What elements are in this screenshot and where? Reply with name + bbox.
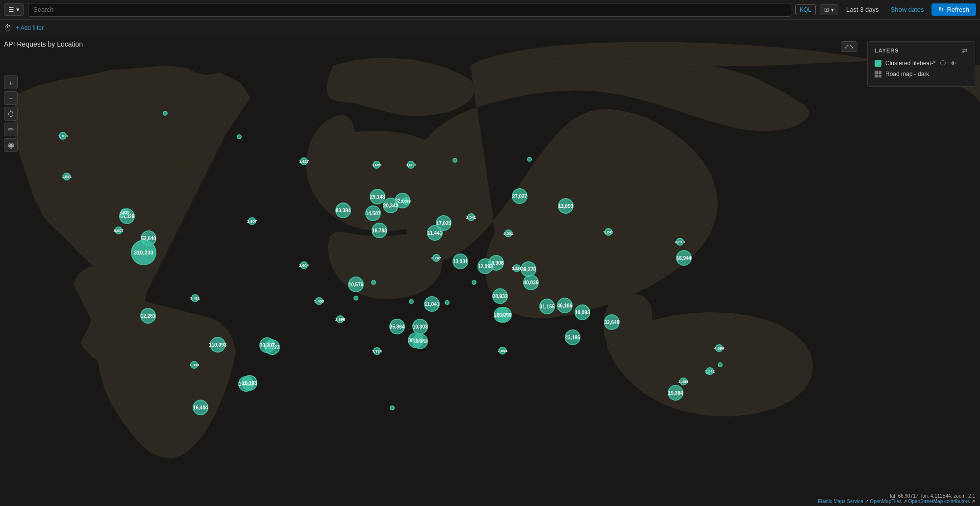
map-toolbar: + − ⏱ ✏ ◉: [4, 76, 18, 152]
data-view-icon: ⊞: [824, 6, 829, 13]
osm-link-icon: ↗: [971, 499, 975, 504]
layer-visibility-clustered-button[interactable]: 👁: [951, 60, 956, 66]
clock-icon: ⏱: [4, 24, 12, 32]
zoom-in-button[interactable]: +: [4, 76, 18, 89]
layers-settings-button[interactable]: ⇄: [962, 47, 968, 54]
show-dates-button[interactable]: Show dates: [887, 4, 928, 15]
map-bottom-bar: lat: 66.90717, lon: 4.112544, zoom: 2.1 …: [818, 493, 975, 504]
layers-header: LAYERS ⇄: [875, 47, 968, 54]
chevron-icon: ▾: [831, 6, 834, 13]
map-coords: lat: 66.90717, lon: 4.112544, zoom: 2.1: [890, 493, 975, 499]
map-background: [0, 36, 980, 506]
layer-info-clustered-button[interactable]: ⓘ: [940, 59, 946, 67]
openmap-tiles-link[interactable]: OpenMapTiles: [870, 499, 902, 504]
topbar: ☰ ▾ KQL ⊞ ▾ Last 3 days Show dates ↻ Ref…: [0, 0, 980, 20]
time-icon-button[interactable]: ⏱: [4, 24, 12, 32]
filterbar: ⏱ + Add filter: [0, 20, 980, 36]
separator-1: ↗: [865, 499, 870, 504]
osm-link[interactable]: OpenStreetMap contributors: [908, 499, 970, 504]
chevron-down-icon: ▾: [16, 6, 20, 13]
layers-title: LAYERS: [875, 48, 899, 53]
map-expand-button[interactable]: ⤢⤡: [841, 41, 857, 52]
map-container[interactable]: API Requests by Location: [0, 36, 980, 506]
menu-icon: ☰: [8, 6, 14, 13]
edit-tool-button[interactable]: ✏: [4, 123, 18, 136]
zoom-out-button[interactable]: −: [4, 91, 18, 105]
map-title: API Requests by Location: [4, 40, 83, 48]
search-input[interactable]: [28, 3, 791, 17]
time-range-button[interactable]: Last 3 days: [842, 4, 883, 15]
layer-label-clustered: Clustered filebeat-*: [885, 60, 935, 67]
add-filter-button[interactable]: + Add filter: [16, 25, 44, 31]
separator-2: ↗: [903, 499, 908, 504]
layer-color-clustered: [875, 60, 881, 67]
layer-label-roadmap: Road map - dark: [885, 71, 929, 77]
data-view-button[interactable]: ⊞ ▾: [820, 4, 838, 15]
elastic-maps-link[interactable]: Elastic Maps Service: [818, 499, 863, 504]
layer-item-clustered: Clustered filebeat-* ⓘ 👁: [875, 59, 968, 67]
tag-tool-button[interactable]: ◉: [4, 138, 18, 152]
app-menu-button[interactable]: ☰ ▾: [4, 3, 24, 16]
refresh-icon: ↻: [938, 6, 944, 13]
kql-button[interactable]: KQL: [795, 4, 816, 15]
layer-item-roadmap: Road map - dark: [875, 71, 968, 77]
layers-panel: LAYERS ⇄ Clustered filebeat-* ⓘ 👁 Road m…: [867, 41, 975, 87]
layer-grid-roadmap: [875, 71, 881, 77]
clock-tool-button[interactable]: ⏱: [4, 107, 18, 121]
refresh-label: Refresh: [947, 6, 969, 13]
refresh-button[interactable]: ↻ Refresh: [931, 3, 976, 16]
